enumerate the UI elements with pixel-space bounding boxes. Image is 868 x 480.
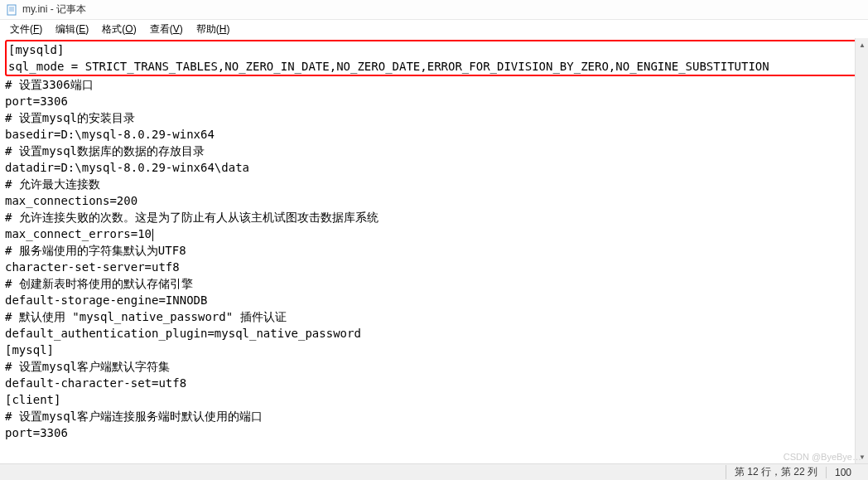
text-line: sql_mode = STRICT_TRANS_TABLES,NO_ZERO_I… [8,58,860,75]
menu-format[interactable]: 格式(O) [95,21,142,38]
text-line: default-storage-engine=INNODB [5,292,863,308]
text-line: max_connections=200 [5,192,863,209]
text-line: # 创建新表时将使用的默认存储引擎 [5,275,863,292]
window-title: my.ini - 记事本 [22,2,86,17]
text-line: # 设置mysql客户端连接服务端时默认使用的端口 [5,408,863,424]
text-line: # 设置mysql数据库的数据的存放目录 [5,143,863,159]
titlebar: my.ini - 记事本 [0,0,868,20]
vertical-scrollbar[interactable]: ▲ ▼ [855,38,868,463]
menu-view[interactable]: 查看(V) [143,21,190,38]
text-line: [mysqld] [8,41,860,58]
text-line: port=3306 [5,424,863,441]
status-position: 第 12 行，第 22 列 [726,465,826,479]
text-line: [client] [5,391,863,408]
text-line: character-set-server=utf8 [5,259,863,275]
text-line: datadir=D:\mysql-8.0.29-winx64\data [5,159,863,176]
text-editor-area[interactable]: [mysqld] sql_mode = STRICT_TRANS_TABLES,… [0,38,868,443]
highlight-annotation: [mysqld] sql_mode = STRICT_TRANS_TABLES,… [5,40,863,76]
text-line: # 设置mysql客户端默认字符集 [5,358,863,375]
text-line: port=3306 [5,93,863,109]
status-zoom: 100 [826,467,860,478]
text-line: default_authentication_plugin=mysql_nati… [5,325,863,342]
text-line: # 默认使用 "mysql_native_password" 插件认证 [5,308,863,325]
statusbar: 第 12 行，第 22 列 100 [0,463,868,480]
text-line: basedir=D:\mysql-8.0.29-winx64 [5,126,863,143]
menu-help[interactable]: 帮助(H) [190,21,237,38]
watermark-text: CSDN @ByeBye… [784,452,861,462]
menubar: 文件(F) 编辑(E) 格式(O) 查看(V) 帮助(H) [0,20,868,38]
text-line: default-character-set=utf8 [5,375,863,391]
text-line: # 设置mysql的安装目录 [5,109,863,126]
notepad-icon [5,3,18,17]
text-line: # 允许最大连接数 [5,176,863,192]
text-line: max_connect_errors=10 [5,225,863,242]
menu-edit[interactable]: 编辑(E) [49,21,95,38]
menu-file[interactable]: 文件(F) [3,21,49,38]
text-line: # 允许连接失败的次数。这是为了防止有人从该主机试图攻击数据库系统 [5,209,863,225]
text-line: # 设置3306端口 [5,76,863,93]
scroll-up-arrow-icon[interactable]: ▲ [856,38,868,51]
svg-rect-0 [7,5,16,15]
text-line: # 服务端使用的字符集默认为UTF8 [5,242,863,259]
text-line: [mysql] [5,342,863,358]
